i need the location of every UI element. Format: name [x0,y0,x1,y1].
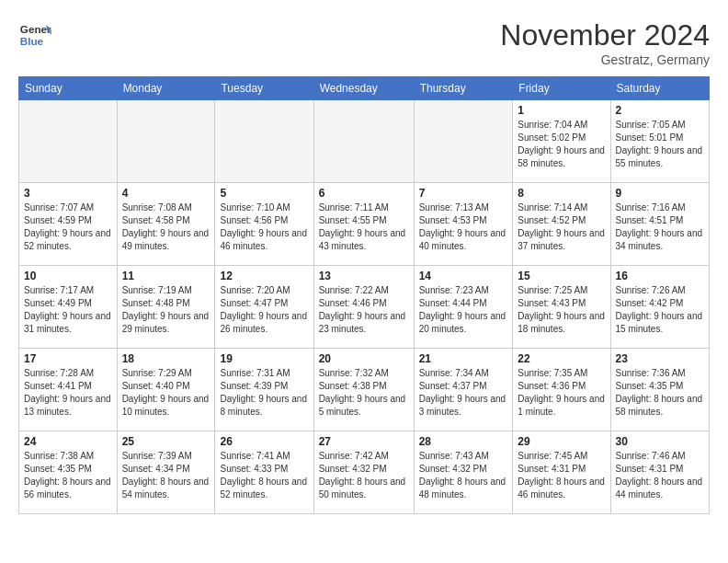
day-info: Sunrise: 7:08 AM Sunset: 4:58 PM Dayligh… [122,201,210,253]
day-cell: 21Sunrise: 7:34 AM Sunset: 4:37 PM Dayli… [414,349,513,431]
header-wednesday: Wednesday [313,77,414,100]
day-number: 1 [518,104,605,117]
day-number: 22 [518,352,605,365]
day-number: 8 [518,187,605,200]
day-cell: 3Sunrise: 7:07 AM Sunset: 4:59 PM Daylig… [19,183,118,266]
day-info: Sunrise: 7:28 AM Sunset: 4:41 PM Dayligh… [24,367,112,419]
day-cell: 12Sunrise: 7:20 AM Sunset: 4:47 PM Dayli… [215,266,313,349]
day-cell [117,100,215,183]
day-info: Sunrise: 7:11 AM Sunset: 4:55 PM Dayligh… [319,201,409,253]
day-info: Sunrise: 7:23 AM Sunset: 4:44 PM Dayligh… [419,284,508,336]
day-cell: 8Sunrise: 7:14 AM Sunset: 4:52 PM Daylig… [513,183,610,266]
day-info: Sunrise: 7:32 AM Sunset: 4:38 PM Dayligh… [319,367,409,419]
logo-icon: General Blue [18,18,51,52]
day-cell: 22Sunrise: 7:35 AM Sunset: 4:36 PM Dayli… [513,349,610,431]
day-number: 20 [319,352,409,365]
day-cell: 11Sunrise: 7:19 AM Sunset: 4:48 PM Dayli… [117,266,215,349]
day-number: 18 [122,352,210,365]
week-row-3: 10Sunrise: 7:17 AM Sunset: 4:49 PM Dayli… [19,266,710,349]
day-cell: 14Sunrise: 7:23 AM Sunset: 4:44 PM Dayli… [414,266,513,349]
day-cell: 13Sunrise: 7:22 AM Sunset: 4:46 PM Dayli… [313,266,414,349]
day-cell [313,100,414,183]
day-info: Sunrise: 7:29 AM Sunset: 4:40 PM Dayligh… [122,367,210,419]
day-cell: 4Sunrise: 7:08 AM Sunset: 4:58 PM Daylig… [117,183,215,266]
header-sunday: Sunday [19,77,118,100]
day-number: 6 [319,187,409,200]
day-cell: 27Sunrise: 7:42 AM Sunset: 4:32 PM Dayli… [313,431,414,514]
svg-text:Blue: Blue [20,35,44,47]
day-number: 4 [122,187,210,200]
day-number: 29 [518,435,605,448]
day-info: Sunrise: 7:34 AM Sunset: 4:37 PM Dayligh… [419,367,508,419]
day-cell: 29Sunrise: 7:45 AM Sunset: 4:31 PM Dayli… [513,431,610,514]
day-info: Sunrise: 7:19 AM Sunset: 4:48 PM Dayligh… [122,284,210,336]
day-cell: 1Sunrise: 7:04 AM Sunset: 5:02 PM Daylig… [513,100,610,183]
header-friday: Friday [513,77,610,100]
day-cell [215,100,313,183]
day-number: 5 [220,187,308,200]
day-cell: 16Sunrise: 7:26 AM Sunset: 4:42 PM Dayli… [610,266,709,349]
day-info: Sunrise: 7:10 AM Sunset: 4:56 PM Dayligh… [220,201,308,253]
day-info: Sunrise: 7:31 AM Sunset: 4:39 PM Dayligh… [220,367,308,419]
day-info: Sunrise: 7:07 AM Sunset: 4:59 PM Dayligh… [24,201,112,253]
day-cell: 9Sunrise: 7:16 AM Sunset: 4:51 PM Daylig… [610,183,709,266]
day-info: Sunrise: 7:45 AM Sunset: 4:31 PM Dayligh… [518,450,605,501]
day-info: Sunrise: 7:22 AM Sunset: 4:46 PM Dayligh… [319,284,409,336]
day-number: 21 [419,352,508,365]
day-number: 30 [616,435,704,448]
day-number: 17 [24,352,112,365]
day-info: Sunrise: 7:25 AM Sunset: 4:43 PM Dayligh… [518,284,605,336]
day-cell: 28Sunrise: 7:43 AM Sunset: 4:32 PM Dayli… [414,431,513,514]
logo: General Blue [18,18,51,52]
day-cell: 7Sunrise: 7:13 AM Sunset: 4:53 PM Daylig… [414,183,513,266]
day-number: 25 [122,435,210,448]
day-number: 10 [24,270,112,282]
day-info: Sunrise: 7:39 AM Sunset: 4:34 PM Dayligh… [122,450,210,501]
day-info: Sunrise: 7:35 AM Sunset: 4:36 PM Dayligh… [518,367,605,419]
day-number: 16 [616,270,704,282]
day-number: 15 [518,270,605,282]
month-title: November 2024 [500,18,710,52]
day-info: Sunrise: 7:26 AM Sunset: 4:42 PM Dayligh… [616,284,704,336]
day-info: Sunrise: 7:38 AM Sunset: 4:35 PM Dayligh… [24,450,112,501]
day-cell: 18Sunrise: 7:29 AM Sunset: 4:40 PM Dayli… [117,349,215,431]
day-info: Sunrise: 7:04 AM Sunset: 5:02 PM Dayligh… [518,119,605,170]
page-header: General Blue November 2024 Gestratz, Ger… [18,18,710,67]
week-row-1: 1Sunrise: 7:04 AM Sunset: 5:02 PM Daylig… [19,100,710,183]
day-info: Sunrise: 7:17 AM Sunset: 4:49 PM Dayligh… [24,284,112,336]
day-cell [19,100,118,183]
day-cell: 23Sunrise: 7:36 AM Sunset: 4:35 PM Dayli… [610,349,709,431]
day-number: 13 [319,270,409,282]
day-cell: 10Sunrise: 7:17 AM Sunset: 4:49 PM Dayli… [19,266,118,349]
day-cell: 15Sunrise: 7:25 AM Sunset: 4:43 PM Dayli… [513,266,610,349]
day-info: Sunrise: 7:20 AM Sunset: 4:47 PM Dayligh… [220,284,308,336]
day-cell: 6Sunrise: 7:11 AM Sunset: 4:55 PM Daylig… [313,183,414,266]
day-number: 11 [122,270,210,282]
day-info: Sunrise: 7:16 AM Sunset: 4:51 PM Dayligh… [616,201,704,253]
day-info: Sunrise: 7:41 AM Sunset: 4:33 PM Dayligh… [220,450,308,501]
day-cell [414,100,513,183]
day-number: 23 [616,352,704,365]
day-cell: 25Sunrise: 7:39 AM Sunset: 4:34 PM Dayli… [117,431,215,514]
week-row-4: 17Sunrise: 7:28 AM Sunset: 4:41 PM Dayli… [19,349,710,431]
header-monday: Monday [117,77,215,100]
day-number: 3 [24,187,112,200]
day-info: Sunrise: 7:43 AM Sunset: 4:32 PM Dayligh… [419,450,508,501]
header-thursday: Thursday [414,77,513,100]
day-info: Sunrise: 7:46 AM Sunset: 4:31 PM Dayligh… [616,450,704,501]
day-number: 14 [419,270,508,282]
header-saturday: Saturday [610,77,709,100]
day-cell: 5Sunrise: 7:10 AM Sunset: 4:56 PM Daylig… [215,183,313,266]
day-info: Sunrise: 7:42 AM Sunset: 4:32 PM Dayligh… [319,450,409,501]
day-info: Sunrise: 7:13 AM Sunset: 4:53 PM Dayligh… [419,201,508,253]
header-tuesday: Tuesday [215,77,313,100]
day-cell: 2Sunrise: 7:05 AM Sunset: 5:01 PM Daylig… [610,100,709,183]
day-number: 9 [616,187,704,200]
header-row: SundayMondayTuesdayWednesdayThursdayFrid… [19,77,710,100]
day-info: Sunrise: 7:05 AM Sunset: 5:01 PM Dayligh… [616,119,704,170]
title-block: November 2024 Gestratz, Germany [500,18,710,67]
day-info: Sunrise: 7:36 AM Sunset: 4:35 PM Dayligh… [616,367,704,419]
day-number: 28 [419,435,508,448]
day-number: 24 [24,435,112,448]
day-cell: 30Sunrise: 7:46 AM Sunset: 4:31 PM Dayli… [610,431,709,514]
